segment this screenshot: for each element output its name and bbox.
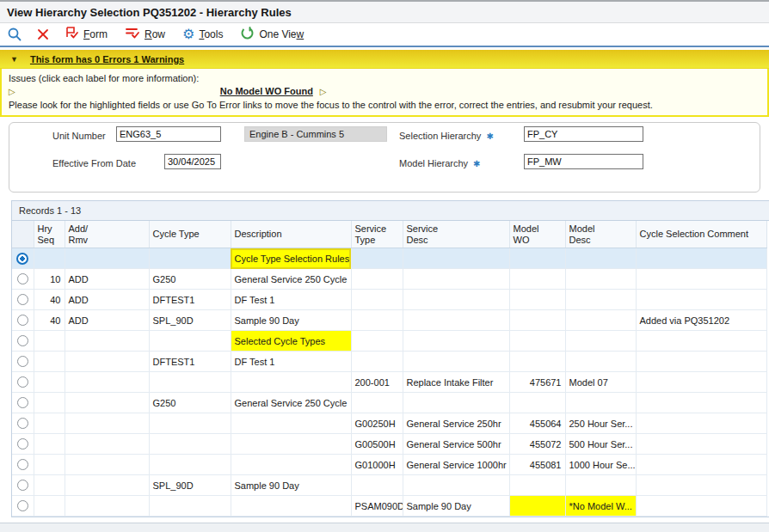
cell-cycle-type[interactable]: DFTEST1 xyxy=(149,290,231,310)
cell-description[interactable]: DF Test 1 xyxy=(231,290,351,310)
cell-add-rmv[interactable] xyxy=(65,248,149,269)
cell-model-wo[interactable] xyxy=(509,496,565,517)
cell-cycle-selection-comment[interactable] xyxy=(636,290,767,310)
find-button[interactable] xyxy=(7,27,22,42)
cell-service-desc[interactable]: General Service 250hr xyxy=(403,413,509,434)
cell-model-wo[interactable]: 475671 xyxy=(509,372,565,393)
cell-model-wo[interactable] xyxy=(509,393,565,413)
cell-cycle-selection-comment[interactable] xyxy=(636,475,767,496)
one-view-menu[interactable]: One View xyxy=(240,26,304,44)
selection-hierarchy-input[interactable] xyxy=(524,126,643,142)
cell-cycle-type[interactable] xyxy=(149,331,231,352)
col-header-add-rmv[interactable]: Add/ Rmv xyxy=(65,221,149,248)
col-header-description[interactable]: Description xyxy=(231,221,351,248)
row-select-radio[interactable] xyxy=(17,438,28,449)
cell-description[interactable]: General Service 250 Cycle xyxy=(231,269,351,290)
cell-service-desc[interactable] xyxy=(403,269,509,290)
cell-hry-seq[interactable] xyxy=(34,434,65,455)
cell-cycle-type[interactable]: G250 xyxy=(149,269,231,290)
cell-description[interactable] xyxy=(231,434,351,455)
row-select-radio[interactable] xyxy=(17,335,28,346)
effective-from-date-input[interactable] xyxy=(164,154,221,169)
row-select-radio[interactable] xyxy=(17,315,28,326)
cell-service-type[interactable] xyxy=(351,331,403,352)
col-header-hry-seq[interactable]: Hry Seq xyxy=(34,221,65,248)
cell-hry-seq[interactable] xyxy=(34,372,65,393)
close-button[interactable] xyxy=(36,28,50,41)
cell-cycle-selection-comment[interactable] xyxy=(636,455,767,475)
cell-cycle-selection-comment[interactable] xyxy=(636,372,767,393)
cell-service-desc[interactable] xyxy=(403,352,509,372)
cell-hry-seq[interactable] xyxy=(34,352,65,372)
cell-service-desc[interactable] xyxy=(403,290,509,310)
cell-cycle-type[interactable] xyxy=(149,248,231,269)
cell-description[interactable] xyxy=(231,413,351,434)
row-select-radio[interactable] xyxy=(17,273,28,284)
row-select-radio[interactable] xyxy=(17,480,28,491)
warning-summary-link[interactable]: This form has 0 Errors 1 Warnings xyxy=(30,54,184,64)
cell-add-rmv[interactable] xyxy=(65,393,149,413)
cell-service-desc[interactable] xyxy=(403,310,509,331)
cell-add-rmv[interactable] xyxy=(65,413,149,434)
cell-cycle-type[interactable]: SPL_90D xyxy=(149,475,231,496)
row-select-radio[interactable] xyxy=(17,418,28,429)
cell-hry-seq[interactable] xyxy=(34,455,65,475)
cell-cycle-selection-comment[interactable] xyxy=(636,269,767,290)
cell-add-rmv[interactable] xyxy=(65,496,149,517)
cell-model-wo[interactable] xyxy=(509,331,565,352)
cell-model-desc[interactable] xyxy=(565,393,636,413)
cell-cycle-selection-comment[interactable] xyxy=(636,248,767,269)
col-header-cycle-type[interactable]: Cycle Type xyxy=(149,221,231,248)
cell-service-type[interactable]: PSAM090D xyxy=(351,496,403,517)
cell-cycle-selection-comment[interactable] xyxy=(636,413,767,434)
cell-model-desc[interactable]: 1000 Hour Se... xyxy=(565,455,636,475)
cell-service-type[interactable] xyxy=(351,248,403,269)
cell-hry-seq[interactable] xyxy=(34,393,65,413)
cell-add-rmv[interactable] xyxy=(65,331,149,352)
cell-model-wo[interactable] xyxy=(509,310,565,331)
cell-add-rmv[interactable] xyxy=(65,434,149,455)
cell-service-type[interactable] xyxy=(351,393,403,413)
cell-service-type[interactable] xyxy=(351,475,403,496)
cell-service-desc[interactable] xyxy=(403,331,509,352)
row-select-radio[interactable] xyxy=(17,397,28,408)
cell-cycle-type[interactable] xyxy=(149,496,231,517)
cell-service-type[interactable] xyxy=(351,310,403,331)
cell-service-type[interactable]: G01000H xyxy=(351,455,403,475)
row-menu[interactable]: Row xyxy=(125,26,165,43)
cell-model-desc[interactable] xyxy=(565,290,636,310)
cell-model-wo[interactable] xyxy=(509,269,565,290)
cell-model-desc[interactable] xyxy=(565,310,636,331)
cell-model-desc[interactable]: 500 Hour Ser... xyxy=(565,434,636,455)
cell-cycle-selection-comment[interactable] xyxy=(636,496,767,517)
cell-description[interactable]: Sample 90 Day xyxy=(231,310,351,331)
cell-hry-seq[interactable] xyxy=(34,331,65,352)
form-menu[interactable]: Form xyxy=(64,26,108,43)
cell-service-type[interactable] xyxy=(351,352,403,372)
cell-add-rmv[interactable]: ADD xyxy=(65,290,149,310)
cell-model-wo[interactable] xyxy=(509,248,565,269)
row-select-radio-selected[interactable] xyxy=(16,253,28,265)
cell-cycle-selection-comment[interactable] xyxy=(636,393,767,413)
cell-add-rmv[interactable] xyxy=(65,475,149,496)
cell-model-wo[interactable]: 455072 xyxy=(509,434,565,455)
cell-service-desc[interactable] xyxy=(403,475,509,496)
cell-cycle-selection-comment[interactable]: Added via PQ351202 xyxy=(636,310,767,331)
cell-model-desc[interactable] xyxy=(565,248,636,269)
cell-hry-seq[interactable] xyxy=(34,248,65,269)
unit-number-input[interactable] xyxy=(116,126,221,142)
cell-service-type[interactable] xyxy=(351,290,403,310)
cell-description[interactable]: General Service 250 Cycle xyxy=(231,393,351,413)
col-header-model-wo[interactable]: Model WO xyxy=(509,221,565,248)
col-header-service-desc[interactable]: Service Desc xyxy=(403,221,509,248)
cell-service-desc[interactable]: Replace Intake Filter xyxy=(403,372,509,393)
row-select-radio[interactable] xyxy=(17,459,28,470)
cell-description[interactable] xyxy=(231,496,351,517)
cell-model-desc[interactable]: *No Model W... xyxy=(565,496,636,517)
cell-add-rmv[interactable] xyxy=(65,372,149,393)
model-hierarchy-input[interactable] xyxy=(524,154,643,169)
cell-description[interactable]: DF Test 1 xyxy=(231,352,351,372)
tools-menu[interactable]: ⚙ Tools xyxy=(182,28,223,41)
cell-hry-seq[interactable]: 40 xyxy=(34,310,65,331)
row-select-radio[interactable] xyxy=(17,500,28,511)
